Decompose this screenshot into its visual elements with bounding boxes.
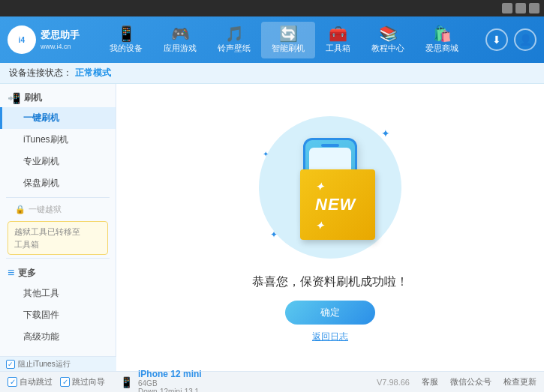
phone-speaker (321, 144, 339, 147)
skip-wizard-label: 跳过向导 (72, 376, 105, 388)
download-button[interactable]: ⬇ (485, 28, 508, 51)
nav-apps-label: 应用游戏 (164, 43, 197, 54)
user-button[interactable]: 👤 (514, 28, 536, 51)
app-website: www.i4.cn (41, 42, 80, 52)
nav-toolbox-label: 工具箱 (326, 43, 350, 54)
nav-apps-games[interactable]: 🎮 应用游戏 (153, 22, 207, 58)
nav-ringtones[interactable]: 🎵 铃声壁纸 (207, 22, 261, 58)
nav-my-device-label: 我的设备 (110, 43, 143, 54)
store-icon: 🛍️ (433, 26, 452, 41)
nav-flash-label: 智能刷机 (272, 43, 305, 54)
nav-store[interactable]: 🛍️ 爱思商城 (415, 22, 469, 58)
wechat-link[interactable]: 微信公众号 (450, 376, 491, 388)
header: i4 爱思助手 www.i4.cn 📱 我的设备 🎮 应用游戏 🎵 铃声壁纸 🔄… (0, 16, 544, 63)
status-bar: 设备连接状态： 正常模式 (0, 63, 544, 84)
customer-service-link[interactable]: 客服 (422, 376, 438, 388)
device-icon: 📱 (117, 26, 136, 41)
minimize-button[interactable] (502, 3, 512, 13)
locked-label: 一键越狱 (29, 204, 62, 215)
sidebar-group-more-label: 更多 (18, 267, 36, 280)
sidebar-divider-1 (6, 197, 110, 198)
maximize-button[interactable] (515, 3, 526, 13)
tutorial-icon: 📚 (379, 26, 398, 41)
header-actions: ⬇ 👤 (485, 28, 536, 51)
ringtones-icon: 🎵 (225, 26, 244, 41)
sidebar-item-pro-flash[interactable]: 专业刷机 (0, 151, 116, 172)
new-badge: NEW (300, 169, 375, 240)
device-section: 📱 iPhone 12 mini 64GB Down-12mini-13,1 (120, 369, 202, 393)
titlebar (0, 0, 544, 16)
success-message: 恭喜您，保资料刷机成功啦！ (252, 274, 408, 290)
auto-jump-label: 自动跳过 (20, 376, 53, 388)
version-text: V7.98.66 (377, 378, 410, 387)
sidebar-group-flash-label: 刷机 (24, 91, 42, 104)
itunes-label: 阻止iTunes运行 (18, 359, 71, 370)
sidebar-item-download-firmware[interactable]: 下载固件 (0, 304, 116, 326)
auto-jump-checkbox-box: ✓ (8, 377, 17, 387)
skip-wizard-checkbox[interactable]: ✓ 跳过向导 (60, 376, 105, 388)
phone-illustration: ✦ ✦ ✦ NEW (255, 112, 405, 262)
nav-tutorial[interactable]: 📚 教程中心 (361, 22, 415, 58)
nav-smart-flash[interactable]: 🔄 智能刷机 (261, 22, 315, 58)
more-group-icon: ≡ (8, 266, 14, 280)
apps-icon: 🎮 (171, 26, 190, 41)
sidebar-group-more: ≡ 更多 (0, 262, 116, 283)
notice-text: 越狱工具已转移至 工具箱 (14, 227, 80, 249)
nav-store-label: 爱思商城 (425, 43, 458, 54)
sidebar-item-other-tools[interactable]: 其他工具 (0, 283, 116, 304)
sidebar-locked-jailbreak: 🔒 一键越狱 (0, 201, 116, 218)
nav-my-device[interactable]: 📱 我的设备 (99, 22, 153, 58)
bottom-bar: ✓ 自动跳过 ✓ 跳过向导 📱 iPhone 12 mini 64GB Down… (0, 371, 544, 392)
main-layout: 📲 刷机 一键刷机 iTunes刷机 专业刷机 保盘刷机 🔒 一键越狱 越狱工具… (0, 84, 544, 371)
sidebar: 📲 刷机 一键刷机 iTunes刷机 专业刷机 保盘刷机 🔒 一键越狱 越狱工具… (0, 84, 116, 371)
status-value: 正常模式 (75, 67, 111, 79)
bottom-left: ✓ 自动跳过 ✓ 跳过向导 📱 iPhone 12 mini 64GB Down… (8, 369, 377, 393)
nav-toolbox[interactable]: 🧰 工具箱 (315, 22, 361, 58)
lock-icon: 🔒 (15, 205, 26, 214)
sidebar-notice: 越狱工具已转移至 工具箱 (8, 221, 108, 255)
logo-area: i4 爱思助手 www.i4.cn (8, 25, 83, 54)
nav-bar: 📱 我的设备 🎮 应用游戏 🎵 铃声壁纸 🔄 智能刷机 🧰 工具箱 📚 教程中心… (83, 22, 485, 58)
app-name: 爱思助手 (41, 28, 80, 42)
bottom-right: V7.98.66 客服 微信公众号 检查更新 (377, 376, 536, 388)
device-icon-small: 📱 (120, 376, 133, 388)
device-info: iPhone 12 mini 64GB Down-12mini-13,1 (138, 369, 202, 393)
sidebar-group-flash: 📲 刷机 (0, 87, 116, 107)
logo-icon: i4 (8, 25, 36, 54)
itunes-checkbox-box[interactable]: ✓ (6, 360, 15, 369)
flash-group-icon: 📲 (8, 92, 20, 104)
sparkle-2: ✦ (263, 150, 269, 158)
nav-tutorial-label: 教程中心 (371, 43, 404, 54)
sidebar-item-itunes-flash[interactable]: iTunes刷机 (0, 129, 116, 151)
toolbox-icon: 🧰 (329, 26, 347, 41)
flash-icon: 🔄 (279, 26, 298, 41)
confirm-button[interactable]: 确定 (285, 301, 375, 325)
sidebar-item-one-click-flash[interactable]: 一键刷机 (0, 107, 116, 129)
sidebar-item-save-flash[interactable]: 保盘刷机 (0, 172, 116, 194)
check-update-link[interactable]: 检查更新 (503, 376, 536, 388)
close-button[interactable] (529, 3, 539, 13)
sparkle-1: ✦ (381, 127, 390, 139)
back-link[interactable]: 返回日志 (312, 331, 348, 343)
device-storage: 64GB (138, 379, 202, 388)
device-model: Down-12mini-13,1 (138, 388, 202, 393)
auto-jump-checkbox[interactable]: ✓ 自动跳过 (8, 376, 53, 388)
content-area: ✦ ✦ ✦ NEW 恭喜您，保资料刷机成功啦！ 确定 返回日志 (116, 84, 544, 371)
skip-wizard-checkbox-box: ✓ (60, 377, 70, 387)
nav-ringtones-label: 铃声壁纸 (218, 43, 251, 54)
itunes-bar: ✓ 阻止iTunes运行 (0, 356, 116, 371)
sidebar-item-advanced[interactable]: 高级功能 (0, 326, 116, 348)
sidebar-divider-2 (6, 258, 110, 259)
sparkle-3: ✦ (270, 229, 278, 240)
device-name: iPhone 12 mini (138, 369, 202, 379)
status-label: 设备连接状态： (9, 67, 72, 79)
